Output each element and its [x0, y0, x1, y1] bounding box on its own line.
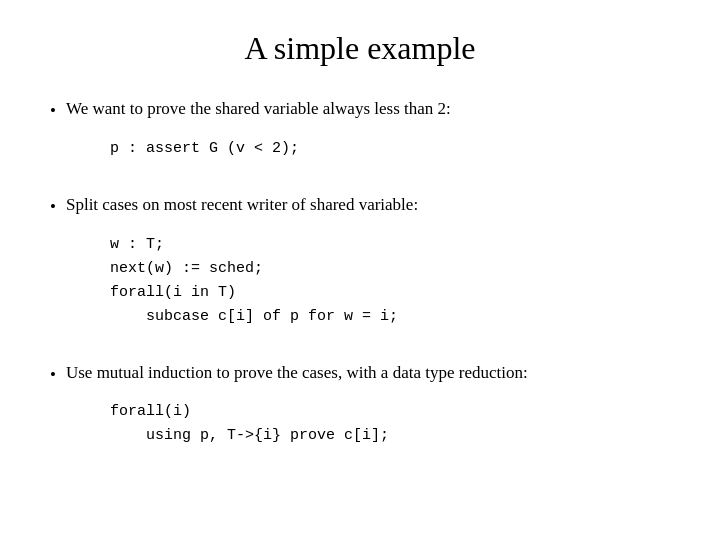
bullet-point-2: • Split cases on most recent writer of s… — [50, 193, 670, 219]
bullet-dot-2: • — [50, 195, 56, 219]
slide-title: A simple example — [50, 30, 670, 67]
slide: A simple example • We want to prove the … — [0, 0, 720, 540]
bullet-point-1: • We want to prove the shared variable a… — [50, 97, 670, 123]
code-block-2: w : T; next(w) := sched; forall(i in T) … — [110, 233, 670, 329]
bullet-dot-1: • — [50, 99, 56, 123]
code-block-3: forall(i) using p, T->{i} prove c[i]; — [110, 400, 670, 448]
code-block-1: p : assert G (v < 2); — [110, 137, 670, 161]
bullet-dot-3: • — [50, 363, 56, 387]
bullet-section-3: • Use mutual induction to prove the case… — [50, 361, 670, 459]
bullet-section-1: • We want to prove the shared variable a… — [50, 97, 670, 171]
bullet-point-3: • Use mutual induction to prove the case… — [50, 361, 670, 387]
bullet-text-2: Split cases on most recent writer of sha… — [66, 193, 418, 217]
bullet-section-2: • Split cases on most recent writer of s… — [50, 193, 670, 339]
bullet-text-1: We want to prove the shared variable alw… — [66, 97, 451, 121]
bullet-text-3: Use mutual induction to prove the cases,… — [66, 361, 528, 385]
